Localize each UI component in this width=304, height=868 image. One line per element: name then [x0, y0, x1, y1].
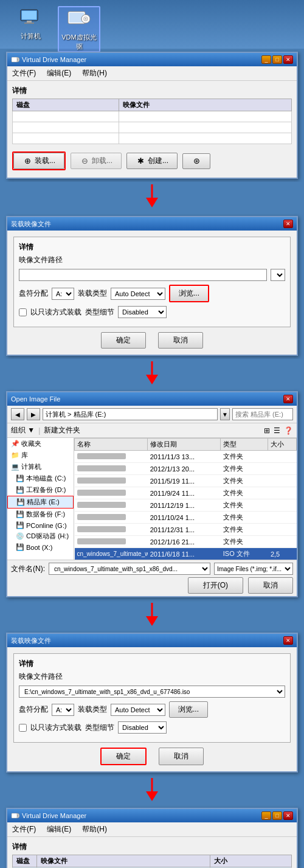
- file-date-1: 2012/1/13 20...: [148, 463, 221, 475]
- file-row-6[interactable]: 2011/12/31 1... 文件夹: [75, 524, 297, 536]
- vdm-table-2: 磁盘 映像文件 大小 A: E:\cn_windows_7_ultimate_w…: [12, 855, 292, 868]
- cancel-btn-2[interactable]: 取消: [159, 748, 204, 765]
- minimize-btn-2[interactable]: _: [261, 811, 271, 820]
- cancel-btn-open[interactable]: 取消: [248, 577, 293, 594]
- file-row-2[interactable]: 2011/5/19 11... 文件夹: [75, 475, 297, 487]
- titlebar-text-load1: 装载映像文件: [11, 220, 51, 229]
- create-btn-1[interactable]: ✱ 创建...: [126, 153, 178, 169]
- sidebar-local-c[interactable]: 💾 本地磁盘 (C:): [7, 473, 74, 484]
- close-btn-load1[interactable]: ✕: [283, 220, 293, 228]
- path-input-1[interactable]: [19, 269, 267, 281]
- type-label-1: 装载类型: [78, 288, 107, 299]
- unload-btn-1[interactable]: ⊖ 卸载...: [71, 153, 122, 169]
- readonly-row-2: 以只读方式装载 类型细节 Disabled: [19, 721, 285, 734]
- path-input-row-2: E:\cn_windows_7_ultimate_with_sp1_x86_dv…: [19, 686, 285, 698]
- file-size-5: [268, 512, 297, 524]
- vdm-window-1: Virtual Drive Manager _ □ ✕ 文件(F) 编辑(E) …: [6, 52, 298, 179]
- sidebar-drive-d[interactable]: 💾 工程备份 (D:): [7, 484, 74, 496]
- close-btn-1[interactable]: ✕: [283, 55, 293, 64]
- browse-btn-2[interactable]: 浏览...: [169, 701, 208, 718]
- file-row-5[interactable]: 2011/10/24 1... 文件夹: [75, 512, 297, 524]
- filename-input[interactable]: cn_windows_7_ultimate_with_sp1_x86_dvd..…: [49, 563, 210, 575]
- drive-select-2[interactable]: A:: [52, 704, 74, 716]
- col-image-2: 映像文件: [37, 855, 210, 867]
- restore-btn-2[interactable]: □: [272, 811, 282, 820]
- menu-edit-2[interactable]: 编辑(E): [44, 824, 74, 835]
- view-icon-2[interactable]: ☰: [274, 426, 280, 435]
- open-file-dialog: Open Image File ✕ ◀ ▶ 计算机 > 精品库 (E:) ▼ 组…: [6, 391, 298, 597]
- browse-btn-1[interactable]: 浏览...: [169, 285, 209, 302]
- file-row-8[interactable]: cn_windows_7_ultimate_with_sp1_x... 2011…: [75, 548, 297, 560]
- detail-select-1[interactable]: Disabled: [118, 306, 167, 318]
- file-date-4: 2011/12/19 1...: [148, 499, 221, 512]
- filename-label: 文件名(N):: [11, 564, 45, 574]
- path-dropdown-btn[interactable]: ▼: [220, 408, 230, 420]
- view-icon-3[interactable]: ❓: [284, 426, 293, 435]
- cancel-btn-1[interactable]: 取消: [158, 332, 203, 349]
- load-btn-1[interactable]: ⊕ 装载...: [13, 153, 64, 169]
- dialog-btns-2: 确定 取消: [13, 748, 291, 765]
- minimize-btn-1[interactable]: _: [261, 55, 271, 64]
- sidebar-favorites[interactable]: 📌 收藏夹: [7, 438, 74, 450]
- load-dialog-1: 装载映像文件 ✕ 详情 映像文件路径 盘符分配 A: 装载类型: [6, 216, 298, 356]
- path-display[interactable]: 计算机 > 精品库 (E:): [43, 408, 218, 420]
- computer-icon-label: 计算机: [21, 32, 41, 41]
- file-date-8: 2011/6/18 11...: [148, 548, 221, 560]
- menu-edit-1[interactable]: 编辑(E): [44, 68, 74, 79]
- type-select-2[interactable]: Auto Detect: [111, 704, 165, 716]
- menu-help-2[interactable]: 帮助(H): [80, 824, 109, 835]
- readonly-check-1[interactable]: [19, 308, 27, 316]
- view-icon-1[interactable]: ⊞: [264, 426, 270, 435]
- load-dialog-content-1: 详情 映像文件路径 盘符分配 A: 装载类型 Auto Detect 浏览..: [7, 231, 297, 355]
- filetype-select[interactable]: Image Files (*.img; *.if...: [214, 563, 293, 575]
- drive-select-1[interactable]: A:: [52, 288, 74, 300]
- file-row-1[interactable]: 2012/1/13 20... 文件夹: [75, 463, 297, 475]
- sidebar-drive-h[interactable]: 💿 CD驱动器 (H:): [7, 530, 74, 542]
- menu-help-1[interactable]: 帮助(H): [80, 68, 109, 79]
- organize-btn[interactable]: 组织 ▼: [11, 425, 35, 436]
- file-row-3[interactable]: 2011/9/24 11... 文件夹: [75, 487, 297, 499]
- col-size-2: 大小: [210, 855, 292, 867]
- sidebar-drive-e[interactable]: 💾 精品库 (E:): [7, 496, 74, 509]
- library-icon: 📁: [11, 451, 19, 459]
- titlebar-text-vdm2: Virtual Drive Manager: [22, 812, 86, 819]
- file-date-6: 2011/12/31 1...: [148, 524, 221, 536]
- path-select-2[interactable]: E:\cn_windows_7_ultimate_with_sp1_x86_dv…: [19, 686, 285, 698]
- search-input[interactable]: [232, 408, 293, 420]
- new-folder-btn[interactable]: 新建文件夹: [44, 425, 80, 436]
- vdm-icon[interactable]: VDM虚拟光驱: [58, 6, 100, 52]
- sidebar-library[interactable]: 📁 库: [7, 450, 74, 461]
- sidebar-drive-x[interactable]: 💾 Boot (X:): [7, 542, 74, 552]
- computer-icon[interactable]: 计算机: [9, 6, 52, 41]
- open-btn[interactable]: 打开(O): [188, 577, 243, 594]
- titlebar-text-open: Open Image File: [11, 395, 60, 403]
- maximize-btn-1[interactable]: □: [272, 55, 282, 64]
- load-icon-1: ⊕: [22, 156, 32, 166]
- ok-btn-2[interactable]: 确定: [100, 748, 147, 765]
- menu-file-1[interactable]: 文件(F): [10, 68, 38, 79]
- file-row-0[interactable]: 2011/11/3 13... 文件夹: [75, 451, 297, 463]
- file-date-3: 2011/9/24 11...: [148, 487, 221, 499]
- file-name-0: [75, 451, 148, 463]
- file-row-4[interactable]: 2011/12/19 1... 文件夹: [75, 499, 297, 512]
- svg-marker-14: [146, 198, 158, 207]
- extra-btn-1[interactable]: ⊛: [182, 153, 210, 169]
- path-dropdown-1[interactable]: [271, 269, 285, 281]
- forward-btn[interactable]: ▶: [27, 408, 40, 420]
- sidebar-drive-f[interactable]: 💾 数据备份 (F:): [7, 509, 74, 520]
- close-btn-open[interactable]: ✕: [283, 395, 293, 403]
- close-btn-vdm2[interactable]: ✕: [283, 811, 293, 820]
- detail-select-2[interactable]: Disabled: [118, 721, 167, 734]
- sidebar-drive-g[interactable]: 💾 PConline (G:): [7, 520, 74, 530]
- load-section-label-2: 详情: [19, 659, 285, 669]
- file-table-header: 名称 修改日期 类型 大小: [75, 439, 297, 451]
- file-row-7[interactable]: 2012/1/16 21... 文件夹: [75, 536, 297, 548]
- type-select-1[interactable]: Auto Detect: [111, 288, 165, 300]
- back-btn[interactable]: ◀: [11, 408, 24, 420]
- ok-btn-1[interactable]: 确定: [101, 332, 146, 349]
- close-btn-load2[interactable]: ✕: [283, 636, 293, 645]
- menu-file-2[interactable]: 文件(F): [10, 824, 38, 835]
- readonly-check-2[interactable]: [19, 724, 27, 732]
- file-type-3: 文件夹: [221, 487, 268, 499]
- sidebar-computer[interactable]: 💻 计算机: [7, 461, 74, 473]
